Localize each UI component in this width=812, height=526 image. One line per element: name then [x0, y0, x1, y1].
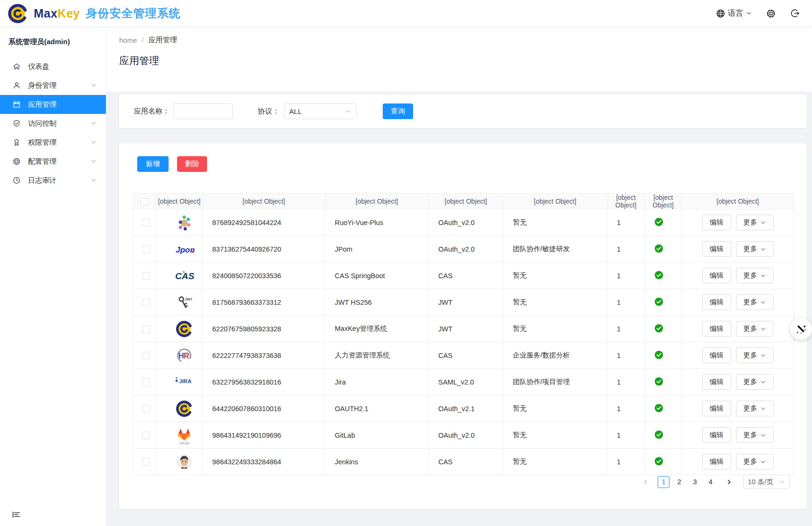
sort-cell: 1: [607, 449, 645, 475]
app-name-cell: RuoYi-Vue-Plus: [325, 209, 429, 236]
row-checkbox[interactable]: [142, 458, 150, 466]
row-checkbox[interactable]: [142, 299, 150, 306]
edit-button[interactable]: 编辑: [702, 348, 731, 363]
sidebar-item[interactable]: 仪表盘: [0, 57, 106, 76]
page-number-button[interactable]: 1: [658, 476, 670, 488]
table-toolbar: 新增 删除: [119, 143, 807, 172]
edit-button[interactable]: 编辑: [702, 401, 731, 416]
row-checkbox[interactable]: [142, 378, 150, 386]
sidebar-item[interactable]: 日志审计: [0, 171, 106, 190]
app-name-input[interactable]: [173, 103, 233, 119]
chevron-down-icon: [760, 353, 766, 358]
row-checkbox[interactable]: [142, 325, 150, 333]
collapse-sidebar-icon[interactable]: [11, 510, 21, 519]
edit-button[interactable]: 编辑: [702, 374, 731, 390]
more-button[interactable]: 更多: [736, 401, 774, 416]
prev-page-button[interactable]: [639, 476, 651, 488]
protocol-select[interactable]: ALL: [284, 103, 357, 119]
chevron-down-icon: [760, 459, 766, 465]
row-checkbox[interactable]: [142, 272, 150, 280]
app-logo-icon: [166, 209, 202, 235]
column-header: [object Object]: [607, 194, 645, 209]
app-logo-icon: [166, 395, 202, 422]
more-button[interactable]: 更多: [736, 348, 774, 363]
app-name-cell: MaxKey管理系统: [325, 316, 429, 342]
more-button[interactable]: 更多: [736, 294, 774, 310]
app-code-cell: 644220607860310016: [203, 395, 325, 422]
status-enabled-icon: [654, 217, 663, 226]
content-header-strip: [106, 27, 812, 92]
column-header: [object Object]: [325, 194, 429, 209]
settings-button[interactable]: [766, 9, 776, 19]
magic-wand-button[interactable]: [790, 318, 812, 340]
protocol-cell: CAS: [429, 263, 503, 289]
chevron-down-icon: [91, 178, 96, 183]
sidebar-item-icon: [12, 62, 21, 71]
chevron-down-icon: [746, 10, 752, 16]
row-checkbox[interactable]: [142, 405, 150, 413]
edit-button[interactable]: 编辑: [702, 215, 731, 230]
sidebar-item[interactable]: 访问控制: [0, 114, 106, 133]
table-row: CAS 824008507220033536 CAS SpringBoot CA…: [133, 263, 794, 289]
page-number-button[interactable]: 3: [689, 476, 701, 488]
table-row: 986432249333284864 Jenkins CAS 暂无 1 编辑 更…: [133, 449, 794, 475]
sidebar-item[interactable]: 权限管理: [0, 133, 106, 152]
sidebar-item-label: 访问控制: [28, 119, 57, 128]
protocol-select-value: ALL: [289, 107, 302, 115]
page-size-select[interactable]: 10 条/页: [743, 475, 790, 489]
more-button[interactable]: 更多: [736, 427, 774, 443]
language-switcher[interactable]: 语言: [716, 9, 752, 19]
sidebar-item[interactable]: 配置管理: [0, 152, 106, 171]
sidebar-item-icon: [12, 100, 21, 109]
app-list-panel: 新增 删除 [object Object][object Object][obj…: [119, 143, 807, 509]
next-page-button[interactable]: [723, 476, 735, 488]
sidebar-item-icon: [12, 176, 21, 185]
select-all-checkbox[interactable]: [141, 198, 148, 206]
app-code-cell: 876892492581044224: [203, 209, 325, 236]
edit-button[interactable]: 编辑: [702, 454, 731, 470]
breadcrumb: home / 应用管理: [119, 36, 177, 45]
more-button[interactable]: 更多: [736, 321, 774, 337]
protocol-cell: CAS: [429, 449, 503, 475]
svg-text:R: R: [184, 352, 189, 360]
edit-button[interactable]: 编辑: [702, 321, 731, 337]
row-checkbox[interactable]: [142, 245, 150, 253]
more-button[interactable]: 更多: [736, 241, 774, 257]
edit-button[interactable]: 编辑: [702, 241, 731, 257]
row-checkbox[interactable]: [142, 219, 150, 226]
delete-button[interactable]: 删除: [177, 156, 207, 172]
breadcrumb-home-link[interactable]: home: [119, 36, 137, 44]
app-header: MaxKey 身份安全管理系统 语言: [0, 0, 812, 27]
sidebar-item[interactable]: 身份管理: [0, 76, 106, 95]
add-button[interactable]: 新增: [137, 156, 169, 172]
more-button[interactable]: 更多: [736, 454, 774, 470]
more-button[interactable]: 更多: [736, 374, 774, 390]
edit-button[interactable]: 编辑: [702, 427, 731, 443]
app-code-cell: 986432249333284864: [203, 449, 325, 475]
status-enabled-icon: [654, 297, 663, 306]
table-row: JIRA 632279563832918016 Jira SAML_v2.0 团…: [133, 369, 794, 395]
sidebar-menu: 仪表盘 身份管理 应用管理 访问控制 权: [0, 57, 106, 190]
category-cell: 暂无: [503, 316, 607, 342]
page-number-button[interactable]: 4: [705, 476, 717, 488]
column-header: [object Object]: [156, 194, 203, 209]
category-cell: 暂无: [503, 263, 607, 289]
sidebar-item[interactable]: 应用管理: [0, 95, 106, 114]
row-checkbox[interactable]: [142, 432, 150, 439]
row-checkbox[interactable]: [142, 352, 150, 359]
status-enabled-icon: [654, 271, 663, 280]
edit-button[interactable]: 编辑: [702, 268, 731, 283]
logout-button[interactable]: [790, 9, 800, 18]
search-button[interactable]: 查询: [383, 103, 413, 119]
more-button[interactable]: 更多: [736, 215, 774, 230]
more-button[interactable]: 更多: [736, 268, 774, 283]
page-number-button[interactable]: 2: [673, 476, 685, 488]
status-enabled-icon: [654, 350, 663, 359]
logout-icon: [790, 9, 800, 18]
status-enabled-icon: [654, 457, 663, 466]
edit-button[interactable]: 编辑: [702, 294, 731, 310]
sort-cell: 1: [607, 209, 645, 236]
app-name-label: 应用名称：: [134, 107, 170, 116]
app-logo-icon: CAS: [166, 263, 202, 289]
app-logo[interactable]: MaxKey 身份安全管理系统: [7, 2, 181, 25]
